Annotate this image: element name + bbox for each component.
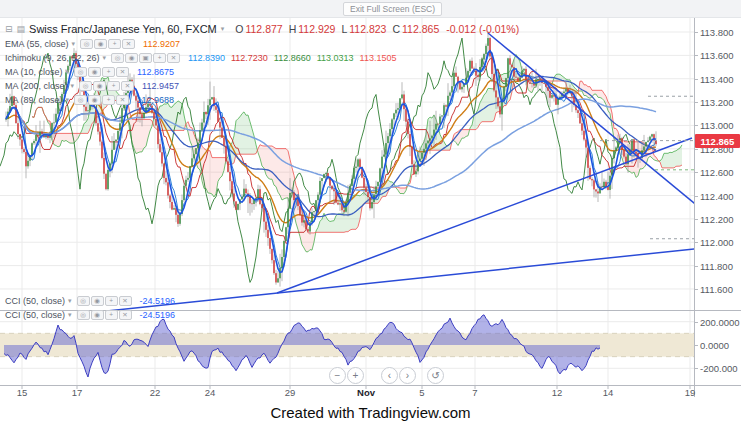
price-axis-label: 113.000 bbox=[700, 120, 734, 131]
indicator-name: CCI (50, close) bbox=[5, 310, 65, 320]
cci-legend: CCI (50, close)▾◎◉+✕-24.5196CCI (50, clo… bbox=[5, 294, 175, 322]
price-axis-tick bbox=[694, 125, 698, 126]
close-icon[interactable]: ✕ bbox=[119, 296, 132, 306]
price-axis-tick bbox=[694, 172, 698, 173]
zoom-in-button[interactable]: + bbox=[347, 367, 364, 384]
cci-axis-tick bbox=[694, 368, 698, 369]
indicator-name: MA (10, close) bbox=[5, 67, 63, 77]
indicator-name: MA (200, close) bbox=[5, 81, 68, 91]
cci-axis-label: 200.0000 bbox=[700, 317, 740, 328]
settings-icon[interactable]: ◉ bbox=[93, 81, 106, 91]
visibility-icon[interactable]: ◎ bbox=[77, 310, 90, 320]
scroll-right-button[interactable]: › bbox=[399, 367, 416, 384]
close-icon[interactable]: ✕ bbox=[167, 53, 180, 63]
price-axis-label: 113.600 bbox=[700, 50, 734, 61]
indicator-row[interactable]: EMA (55, close)▾◎◉+✕112.9207 bbox=[5, 37, 519, 51]
exit-fullscreen-button[interactable]: Exit Full Screen (ESC) bbox=[343, 2, 442, 16]
settings-icon[interactable]: ◉ bbox=[125, 53, 138, 63]
cci-indicator-row[interactable]: CCI (50, close)▾◎◉+✕-24.5196 bbox=[5, 308, 175, 322]
footer: Created with Tradingview.com bbox=[0, 397, 741, 427]
last-price-badge: 112.865 bbox=[695, 134, 740, 148]
price-axis-tick bbox=[694, 32, 698, 33]
collapse-legend-icon[interactable]: ⊟ bbox=[5, 24, 13, 34]
visibility-icon[interactable]: ◎ bbox=[77, 296, 90, 306]
indicator-value: 112.8390 bbox=[188, 53, 225, 63]
add-alert-icon[interactable]: + bbox=[105, 296, 118, 306]
chevron-down-icon[interactable]: ▾ bbox=[103, 54, 107, 62]
indicator-name: Ichimoku (9, 26, 52, 26) bbox=[5, 53, 100, 63]
visibility-icon[interactable]: ◎ bbox=[79, 81, 92, 91]
price-axis-label: 113.800 bbox=[700, 27, 734, 38]
symbol-title[interactable]: Swiss Franc/Japanese Yen, 60, FXCM bbox=[29, 23, 217, 35]
add-alert-icon[interactable]: + bbox=[107, 81, 120, 91]
visibility-icon[interactable]: ◎ bbox=[74, 95, 87, 105]
settings-icon[interactable]: ◉ bbox=[94, 39, 107, 49]
cci-axis-label: 0.0000 bbox=[700, 340, 729, 351]
high-value: 112.929 bbox=[298, 23, 335, 35]
visibility-icon[interactable]: ◎ bbox=[80, 39, 93, 49]
source-code-icon[interactable]: ▣ bbox=[139, 53, 152, 63]
add-alert-icon[interactable]: + bbox=[102, 67, 115, 77]
chevron-down-icon[interactable]: ▾ bbox=[68, 311, 72, 319]
indicator-value: -24.5196 bbox=[140, 296, 176, 306]
ohlc-values: O112.877 H112.929 L112.823 C112.865 -0.0… bbox=[231, 23, 519, 35]
price-axis-tick bbox=[694, 102, 698, 103]
add-alert-icon[interactable]: + bbox=[102, 95, 115, 105]
zoom-out-button[interactable]: − bbox=[329, 367, 346, 384]
price-axis-tick bbox=[694, 196, 698, 197]
price-axis-label: 113.200 bbox=[700, 97, 734, 108]
cci-axis-label: -200.000 bbox=[700, 363, 738, 374]
chevron-down-icon[interactable]: ▾ bbox=[72, 40, 76, 48]
indicator-row[interactable]: MA (10, close)▾◎◉+✕112.8675 bbox=[5, 65, 519, 79]
price-axis-label: 111.600 bbox=[700, 284, 733, 295]
price-axis-tick bbox=[694, 266, 698, 267]
close-icon[interactable]: ✕ bbox=[116, 67, 129, 77]
settings-icon[interactable]: ◉ bbox=[91, 296, 104, 306]
indicator-value: 112.9688 bbox=[137, 95, 174, 105]
indicator-row[interactable]: MA (89, close)▾◎◉+✕112.9688 bbox=[5, 93, 519, 107]
chevron-down-icon[interactable]: ▾ bbox=[71, 82, 75, 90]
settings-icon[interactable]: ◉ bbox=[88, 67, 101, 77]
chevron-down-icon[interactable]: ▾ bbox=[68, 297, 72, 305]
price-axis-label: 113.400 bbox=[700, 74, 734, 85]
credit-text: Created with Tradingview.com bbox=[270, 404, 470, 421]
price-axis-tick bbox=[694, 149, 698, 150]
indicator-value: 112.8675 bbox=[137, 67, 174, 77]
price-axis-label: 111.800 bbox=[700, 261, 733, 272]
close-icon[interactable]: ✕ bbox=[122, 39, 135, 49]
indicator-toolbar: ◎◉+✕ bbox=[74, 95, 129, 105]
chevron-down-icon[interactable]: ▾ bbox=[66, 96, 70, 104]
price-axis-tick bbox=[694, 79, 698, 80]
settings-icon[interactable]: ◉ bbox=[88, 95, 101, 105]
add-alert-icon[interactable]: + bbox=[108, 39, 121, 49]
indicator-row[interactable]: MA (200, close)▾◎◉+✕112.9457 bbox=[5, 79, 519, 93]
cci-indicator-row[interactable]: CCI (50, close)▾◎◉+✕-24.5196 bbox=[5, 294, 175, 308]
chevron-down-icon[interactable]: ▾ bbox=[221, 25, 225, 33]
add-alert-icon[interactable]: + bbox=[153, 53, 166, 63]
scroll-left-button[interactable]: ‹ bbox=[381, 367, 398, 384]
visibility-icon[interactable]: ◎ bbox=[111, 53, 124, 63]
price-axis-label: 112.200 bbox=[700, 214, 734, 225]
price-axis-label: 112.600 bbox=[700, 167, 734, 178]
indicator-row[interactable]: Ichimoku (9, 26, 52, 26)▾◎◉▣+✕112.839011… bbox=[5, 51, 519, 65]
settings-icon[interactable]: ◉ bbox=[91, 310, 104, 320]
indicator-toolbar: ◎◉+✕ bbox=[80, 39, 135, 49]
price-axis-tick bbox=[694, 289, 698, 290]
chart-region[interactable]: ⊟ ▤ Swiss Franc/Japanese Yen, 60, FXCM ▾… bbox=[0, 18, 741, 397]
reset-chart-button[interactable]: ↺ bbox=[427, 367, 444, 384]
close-icon[interactable]: ✕ bbox=[121, 81, 134, 91]
open-value: 112.877 bbox=[245, 23, 282, 35]
cci-axis-tick bbox=[694, 322, 698, 323]
cci-axis-tick bbox=[694, 345, 698, 346]
low-value: 112.823 bbox=[349, 23, 386, 35]
visibility-icon[interactable]: ◎ bbox=[74, 67, 87, 77]
chevron-down-icon[interactable]: ▾ bbox=[66, 68, 70, 76]
close-icon[interactable]: ✕ bbox=[119, 310, 132, 320]
indicator-toolbar: ◎◉+✕ bbox=[77, 296, 132, 306]
symbol-row[interactable]: ⊟ ▤ Swiss Franc/Japanese Yen, 60, FXCM ▾… bbox=[5, 20, 519, 37]
indicator-value: 113.0313 bbox=[317, 53, 354, 63]
indicator-value: 112.8660 bbox=[274, 53, 311, 63]
close-icon[interactable]: ✕ bbox=[116, 95, 129, 105]
add-alert-icon[interactable]: + bbox=[105, 310, 118, 320]
indicator-toolbar: ◎◉+✕ bbox=[74, 67, 129, 77]
